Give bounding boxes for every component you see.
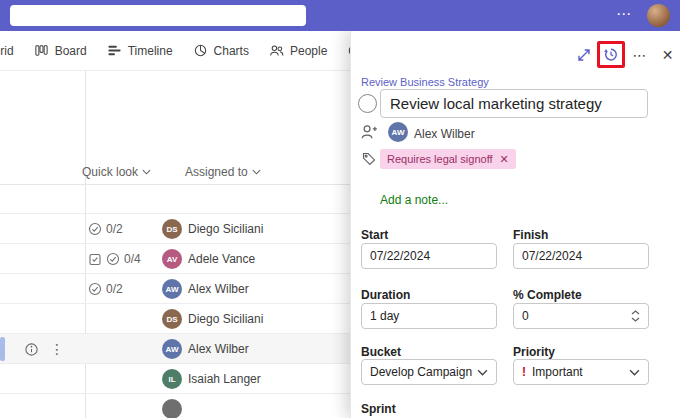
tab-people[interactable]: People (259, 31, 337, 70)
check-circle-icon (106, 252, 120, 266)
panel-toolbar: ⋯ ✕ (575, 46, 676, 63)
table-row[interactable]: 0/2 DS Diego Siciliani (0, 214, 350, 244)
tab-charts[interactable]: Charts (183, 31, 259, 70)
quick-look-cell: 0/4 (88, 244, 141, 274)
assign-person-icon[interactable] (360, 123, 378, 145)
start-date-input[interactable] (361, 243, 497, 269)
close-icon[interactable]: ✕ (659, 46, 676, 63)
bucket-dropdown[interactable]: Develop Campaign C... (361, 359, 497, 385)
assignee-name: Adele Vance (188, 244, 255, 274)
table-row[interactable]: IL Isaiah Langer (0, 364, 350, 394)
table-row[interactable]: 0/4 AV Adele Vance (0, 244, 350, 274)
tab-label: Timeline (128, 44, 173, 58)
chevron-down-icon (629, 369, 640, 376)
panel-more-icon[interactable]: ⋯ (631, 46, 648, 63)
table-row[interactable]: DS Diego Siciliani (0, 304, 350, 334)
board-icon (34, 43, 49, 58)
assignee-name: Alex Wilber (188, 334, 249, 364)
assignee-name: Isaiah Langer (188, 364, 261, 394)
tab-timeline[interactable]: Timeline (97, 31, 183, 70)
remove-label-icon[interactable]: ✕ (500, 153, 509, 166)
stepper-arrows[interactable] (631, 310, 640, 322)
table-row[interactable]: 0/2 AW Alex Wilber (0, 274, 350, 304)
breadcrumb[interactable]: Review Business Strategy (361, 76, 489, 88)
chevron-down-icon (142, 169, 151, 175)
start-field-label: Start (361, 228, 388, 242)
chevron-down-icon (252, 169, 261, 175)
task-detail-panel: ⋯ ✕ Review Business Strategy AW Alex Wil… (350, 31, 680, 418)
percent-complete-field-label: % Complete (513, 288, 582, 302)
checklist-progress: 0/2 (106, 282, 123, 296)
assignee-name: Alex Wilber (188, 274, 249, 304)
tab-label: Board (55, 44, 87, 58)
avatar (162, 399, 182, 418)
table-row-selected[interactable]: ⋮ AW Alex Wilber (0, 334, 350, 364)
tab-board[interactable]: Board (24, 31, 97, 70)
duration-field-label: Duration (361, 288, 410, 302)
checklist-progress: 0/2 (106, 222, 123, 236)
percent-complete-stepper[interactable]: 0 (513, 303, 649, 329)
assignee-name: Diego Siciliani (188, 304, 263, 334)
row-more-icon[interactable]: ⋮ (50, 342, 64, 356)
checklist-square-icon (88, 252, 102, 266)
finish-date-input[interactable] (513, 243, 649, 269)
check-circle-icon (88, 282, 102, 296)
row-selection-accent (0, 337, 5, 361)
table-row-empty[interactable] (0, 186, 350, 214)
app-window: ⋯ Grid Board Timeline Charts People Goal… (0, 0, 680, 418)
quick-look-cell: 0/2 (88, 274, 123, 304)
charts-icon (193, 43, 208, 58)
avatar: DS (162, 309, 182, 329)
avatar: AW (162, 279, 182, 299)
row-tools: ⋮ (24, 334, 64, 364)
sprint-field-label: Sprint (361, 402, 396, 416)
bucket-field-label: Bucket (361, 345, 401, 359)
avatar: AW (162, 339, 182, 359)
tab-label: People (290, 44, 327, 58)
assignee-name[interactable]: Alex Wilber (414, 127, 475, 141)
tab-label: Grid (0, 44, 14, 58)
column-header-quick-look[interactable]: Quick look (82, 165, 151, 179)
table-header-row: Quick look Assigned to (0, 162, 350, 185)
tab-grid[interactable]: Grid (0, 31, 24, 70)
table-row[interactable] (0, 394, 350, 418)
avatar: IL (162, 369, 182, 389)
top-app-bar: ⋯ (0, 0, 680, 31)
finish-field-label: Finish (513, 228, 548, 242)
user-avatar[interactable] (647, 4, 670, 27)
more-options-icon[interactable]: ⋯ (616, 5, 631, 23)
history-icon[interactable] (603, 46, 620, 63)
expand-panel-icon[interactable] (575, 46, 592, 63)
duration-input[interactable] (361, 303, 497, 329)
add-note-link[interactable]: Add a note... (380, 193, 448, 207)
priority-dropdown[interactable]: ! Important (513, 359, 649, 385)
label-tag-icon[interactable] (361, 151, 377, 171)
search-input[interactable] (10, 5, 306, 26)
chevron-up-icon (631, 310, 640, 315)
avatar: AV (162, 249, 182, 269)
label-pill[interactable]: Requires legal signoff ✕ (380, 149, 516, 169)
priority-field-label: Priority (513, 345, 555, 359)
column-header-assigned-to[interactable]: Assigned to (185, 165, 261, 179)
timeline-icon (107, 43, 122, 58)
quick-look-cell: 0/2 (88, 214, 123, 244)
tab-label: Charts (214, 44, 249, 58)
check-circle-icon (88, 222, 102, 236)
avatar: DS (162, 219, 182, 239)
checklist-progress: 0/4 (124, 252, 141, 266)
important-icon: ! (522, 365, 526, 379)
assignee-name: Diego Siciliani (188, 214, 263, 244)
chevron-down-icon (631, 317, 640, 322)
info-icon[interactable] (24, 342, 39, 357)
complete-task-checkbox[interactable] (358, 94, 377, 113)
task-title-input[interactable] (380, 89, 648, 118)
people-icon (269, 43, 284, 58)
assignee-avatar: AW (388, 122, 408, 142)
chevron-down-icon (477, 369, 488, 376)
